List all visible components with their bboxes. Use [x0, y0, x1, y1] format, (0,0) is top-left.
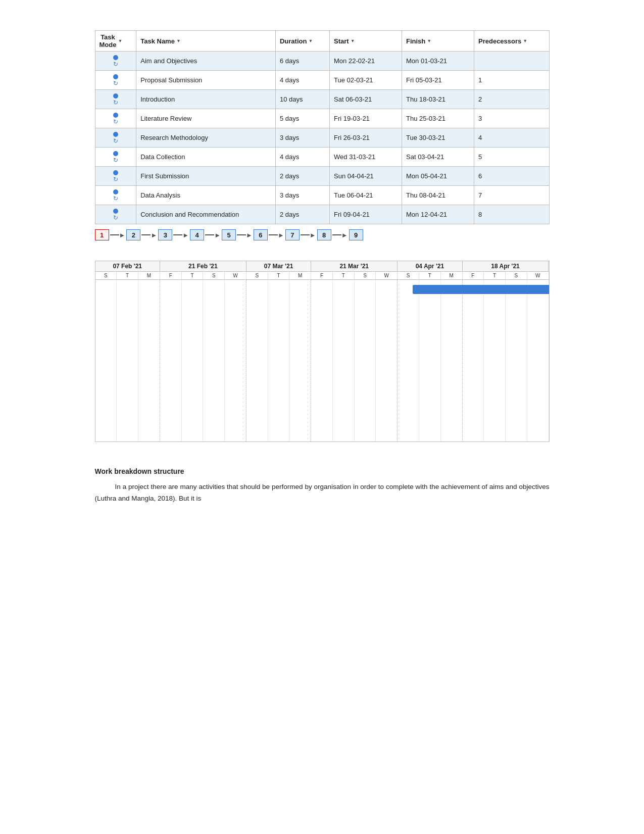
task-name-cell: Literature Review — [136, 109, 276, 128]
task-mode-dropdown-icon[interactable]: ▼ — [118, 38, 122, 43]
duration-cell: 3 days — [275, 128, 329, 148]
task-mode-icon: ↻ — [113, 170, 118, 183]
gantt-day-cell: T — [333, 272, 355, 279]
gantt-table: TaskMode ▼ Task Name ▼ Duration ▼ Start — [95, 30, 550, 224]
task-name-cell: Data Collection — [136, 148, 276, 167]
start-cell: Sat 06-03-21 — [330, 90, 402, 109]
gantt-day-cell: S — [398, 272, 419, 279]
th-predecessors-label: Predecessors — [478, 37, 521, 45]
gantt-period-cell: 21 Mar '21 — [311, 261, 398, 271]
duration-cell: 4 days — [275, 148, 329, 167]
flow-box: 8 — [317, 229, 331, 240]
task-mode-icon: ↻ — [113, 55, 118, 68]
start-cell: Fri 09-04-21 — [330, 205, 402, 224]
predecessors-cell: 6 — [474, 167, 550, 186]
table-row: ↻First Submission2 daysSun 04-04-21Mon 0… — [95, 167, 549, 186]
th-duration: Duration ▼ — [275, 31, 329, 52]
start-cell: Tue 06-04-21 — [330, 186, 402, 205]
table-row: ↻Aim and Objectives6 daysMon 22-02-21Mon… — [95, 52, 549, 71]
task-mode-icon: ↻ — [113, 209, 118, 221]
gantt-day-cell: S — [95, 272, 117, 279]
gantt-day-cell: T — [182, 272, 204, 279]
task-mode-icon: ↻ — [113, 151, 118, 164]
gantt-period-cell: 04 Apr '21 — [398, 261, 462, 271]
gantt-bar — [413, 285, 549, 294]
th-finish: Finish ▼ — [402, 31, 474, 52]
flow-box: 5 — [222, 229, 236, 240]
predecessors-cell: 1 — [474, 71, 550, 90]
start-dropdown-icon[interactable]: ▼ — [351, 38, 355, 43]
predecessors-cell: 2 — [474, 90, 550, 109]
task-mode-cell: ↻ — [95, 167, 136, 186]
gantt-period-cell: 07 Mar '21 — [246, 261, 311, 271]
task-mode-cell: ↻ — [95, 128, 136, 148]
gantt-day-cell: F — [311, 272, 333, 279]
task-mode-cell: ↻ — [95, 186, 136, 205]
duration-cell: 2 days — [275, 205, 329, 224]
gantt-period-cell: 07 Feb '21 — [95, 261, 160, 271]
th-start: Start ▼ — [330, 31, 402, 52]
gantt-period-cell: 18 Apr '21 — [463, 261, 549, 271]
task-mode-cell: ↻ — [95, 148, 136, 167]
finish-cell: Sat 03-04-21 — [402, 148, 474, 167]
flow-connector-arrow: ► — [301, 231, 316, 239]
finish-cell: Mon 05-04-21 — [402, 167, 474, 186]
th-task-mode: TaskMode ▼ — [95, 31, 136, 52]
gantt-day-cell: M — [441, 272, 463, 279]
finish-cell: Thu 25-03-21 — [402, 109, 474, 128]
predecessors-cell: 8 — [474, 205, 550, 224]
flow-connector-arrow: ► — [332, 231, 348, 239]
start-cell: Mon 22-02-21 — [330, 52, 402, 71]
finish-cell: Mon 01-03-21 — [402, 52, 474, 71]
gantt-day-cell: S — [203, 272, 225, 279]
duration-dropdown-icon[interactable]: ▼ — [308, 38, 313, 43]
table-row: ↻Literature Review5 daysFri 19-03-21Thu … — [95, 109, 549, 128]
finish-cell: Thu 18-03-21 — [402, 90, 474, 109]
finish-cell: Mon 12-04-21 — [402, 205, 474, 224]
th-duration-label: Duration — [280, 37, 307, 45]
task-mode-cell: ↻ — [95, 90, 136, 109]
gantt-day-cell: W — [527, 272, 549, 279]
flow-connector-arrow: ► — [205, 231, 221, 239]
table-row: ↻Research Methodology3 daysFri 26-03-21T… — [95, 128, 549, 148]
gantt-day-cell: S — [246, 272, 268, 279]
duration-cell: 6 days — [275, 52, 329, 71]
flow-box: 6 — [254, 229, 268, 240]
th-task-name: Task Name ▼ — [136, 31, 276, 52]
finish-cell: Thu 08-04-21 — [402, 186, 474, 205]
predecessors-cell: 4 — [474, 128, 550, 148]
flow-box: 9 — [349, 229, 363, 240]
finish-cell: Tue 30-03-21 — [402, 128, 474, 148]
task-mode-icon: ↻ — [113, 132, 118, 144]
th-predecessors: Predecessors ▼ — [474, 31, 550, 52]
flow-box: 1 — [95, 229, 109, 240]
th-start-label: Start — [334, 37, 349, 45]
start-cell: Tue 02-03-21 — [330, 71, 402, 90]
task-name-cell: First Submission — [136, 167, 276, 186]
predecessors-dropdown-icon[interactable]: ▼ — [523, 38, 527, 43]
table-row: ↻Data Collection4 daysWed 31-03-21Sat 03… — [95, 148, 549, 167]
flow-connector-arrow: ► — [110, 231, 126, 239]
gantt-day-cell: T — [419, 272, 441, 279]
predecessors-cell: 3 — [474, 109, 550, 128]
flow-connector-arrow: ► — [173, 231, 189, 239]
finish-cell: Fri 05-03-21 — [402, 71, 474, 90]
gantt-day-cell: W — [225, 272, 246, 279]
predecessors-cell: 5 — [474, 148, 550, 167]
flow-box: 4 — [190, 229, 204, 240]
gantt-day-cell: S — [506, 272, 527, 279]
flow-box: 2 — [126, 229, 140, 240]
work-breakdown-paragraph: In a project there are many activities t… — [95, 481, 550, 505]
task-name-cell: Data Analysis — [136, 186, 276, 205]
start-cell: Fri 19-03-21 — [330, 109, 402, 128]
finish-dropdown-icon[interactable]: ▼ — [427, 38, 431, 43]
gantt-day-header: STMFTSWSTMFTSWSTMFTSW — [95, 272, 549, 280]
flow-box: 3 — [158, 229, 172, 240]
task-name-dropdown-icon[interactable]: ▼ — [176, 38, 181, 43]
th-task-name-label: Task Name — [140, 37, 175, 45]
work-breakdown-heading: Work breakdown structure — [95, 467, 550, 475]
gantt-day-cell: M — [138, 272, 160, 279]
duration-cell: 5 days — [275, 109, 329, 128]
task-name-cell: Proposal Submission — [136, 71, 276, 90]
task-mode-cell: ↻ — [95, 71, 136, 90]
